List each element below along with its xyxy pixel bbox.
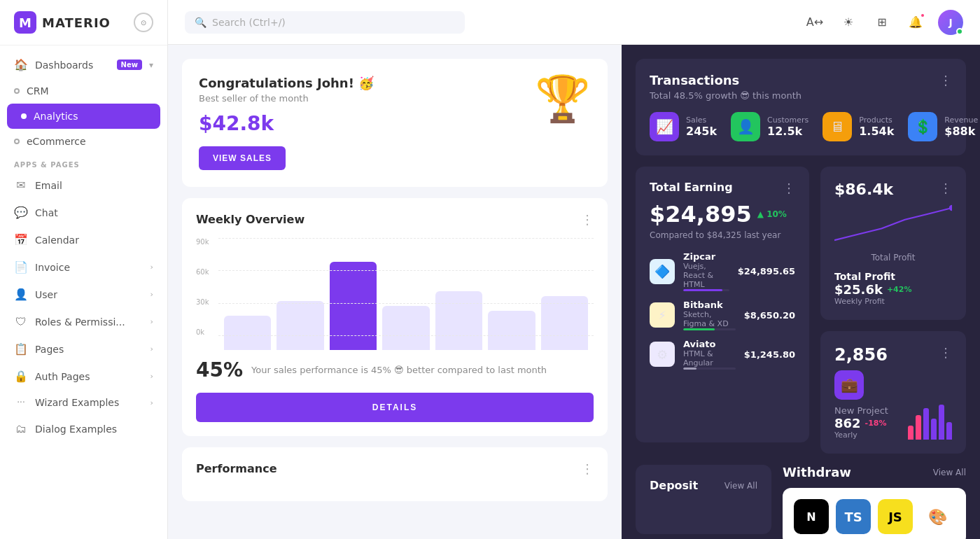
invoice-icon: 📄 — [14, 260, 28, 274]
sidebar-item-crm[interactable]: CRM — [0, 78, 167, 104]
dialog-icon: 🗂 — [14, 422, 28, 435]
wizard-icon: ··· — [14, 398, 28, 407]
bar-chart: 90k 60k 30k 0k — [196, 238, 594, 350]
congratulations-card: Congratulations John! 🥳 Best seller of t… — [182, 59, 608, 187]
transactions-card: Transactions Total 48.5% growth 😎 this m… — [636, 59, 966, 155]
sidebar-item-auth[interactable]: 🔒 Auth Pages › — [0, 363, 167, 390]
transactions-menu-dots[interactable]: ⋮ — [939, 73, 952, 88]
mini-bar-2 — [916, 415, 921, 440]
withdraw-view-all[interactable]: View All — [933, 468, 966, 477]
trophy-icon: 🏆 — [535, 73, 591, 125]
deposit-view-all[interactable]: View All — [724, 481, 757, 491]
project-icon: 💼 — [834, 370, 864, 400]
search-placeholder: Search (Ctrl+/) — [212, 17, 286, 28]
zipcar-progress-bar — [683, 289, 722, 291]
sidebar-item-roles[interactable]: 🛡 Roles & Permissi... › — [0, 308, 167, 335]
customers-icon: 👤 — [731, 112, 760, 141]
view-sales-button[interactable]: VIEW SALES — [199, 146, 286, 170]
sidebar-item-label: Chat — [35, 207, 153, 218]
sidebar-item-analytics[interactable]: Analytics — [7, 104, 160, 129]
metric-revenue-value: $88k — [944, 125, 978, 138]
metric-sales-value: 245k — [686, 125, 717, 138]
sidebar-item-label: Email — [35, 180, 153, 191]
earning-profit-row: Total Earning ⋮ $24,895 ▲ 10% Compared t… — [636, 167, 966, 454]
y-label: 30k — [196, 298, 209, 306]
theme-icon[interactable]: ☀ — [837, 11, 860, 34]
earning-header: Total Earning ⋮ — [650, 181, 795, 195]
mini-bar-3 — [923, 408, 929, 440]
performance-card: Performance ⋮ — [182, 447, 608, 501]
y-label: 0k — [196, 328, 209, 336]
transaction-name: Bitbank — [683, 300, 736, 310]
sidebar-item-pages[interactable]: 📋 Pages › — [0, 335, 167, 363]
sidebar-item-label: Calendar — [35, 234, 153, 246]
online-status — [956, 28, 963, 35]
notifications-icon[interactable]: 🔔 — [904, 11, 927, 34]
sidebar-item-invoice[interactable]: 📄 Invoice › — [0, 253, 167, 281]
weekly-overview-card: Weekly Overview ⋮ 90k 60k 30k 0k — [182, 198, 608, 436]
transaction-item-bitbank: ⚡ Bitbank Sketch, Figma & XD $8,650.20 — [650, 300, 795, 330]
bitbank-icon: ⚡ — [650, 302, 675, 328]
sidebar-item-ecommerce[interactable]: eCommerce — [0, 129, 167, 154]
sidebar-item-label: Analytics — [34, 111, 146, 122]
header: 🔍 Search (Ctrl+/) A↔ ☀ ⊞ 🔔 J — [168, 0, 980, 45]
zipcar-progress-track — [683, 289, 729, 291]
sidebar-logo: M MATERIO ⊙ — [0, 0, 167, 46]
profit-big-value: $86.4k — [834, 181, 893, 198]
profit-menu-dots[interactable]: ⋮ — [939, 181, 952, 195]
project-menu-dots[interactable]: ⋮ — [939, 345, 952, 360]
zipcar-icon: 🔷 — [650, 259, 675, 284]
sidebar-item-label: Dialog Examples — [35, 424, 153, 435]
dashboard: Congratulations John! 🥳 Best seller of t… — [168, 45, 980, 539]
profit-value: $25.6k — [834, 282, 883, 297]
sidebar-item-label: User — [35, 289, 144, 300]
logo-text: MATERIO — [42, 15, 111, 30]
panel-right: Transactions Total 48.5% growth 😎 this m… — [622, 45, 980, 539]
profit-sub-label: Weekly Profit — [834, 297, 911, 306]
transaction-sub: Sketch, Figma & XD — [683, 310, 736, 328]
search-icon: 🔍 — [195, 17, 206, 28]
sidebar-item-dialog[interactable]: 🗂 Dialog Examples — [0, 415, 167, 442]
dot-icon — [14, 139, 20, 144]
mini-bar-6 — [946, 422, 952, 440]
earning-amount: $24,895 ▲ 10% — [650, 201, 795, 227]
chart-bars — [224, 252, 588, 350]
sidebar-item-dashboards[interactable]: 🏠 Dashboards New ▾ — [0, 51, 167, 78]
svg-point-0 — [949, 205, 952, 211]
congrats-subtitle: Best seller of the month — [199, 93, 591, 104]
sidebar-item-wizard[interactable]: ··· Wizard Examples › — [0, 390, 167, 415]
earning-menu-dots[interactable]: ⋮ — [783, 181, 795, 195]
avatar[interactable]: J — [938, 10, 963, 35]
mini-bar-5 — [939, 405, 944, 440]
earning-compare: Compared to $84,325 last year — [650, 230, 795, 240]
congrats-content: Congratulations John! 🥳 Best seller of t… — [199, 76, 591, 170]
new-project-card: 2,856 ⋮ 💼 New Project 862 -18% — [820, 331, 966, 454]
metric-products-label: Products — [859, 115, 894, 125]
sidebar-item-calendar[interactable]: 📅 Calendar — [0, 226, 167, 253]
revenue-icon: 💲 — [908, 112, 937, 141]
transaction-sub: HTML & Angular — [683, 349, 736, 368]
pages-icon: 📋 — [14, 342, 28, 356]
dot-icon — [14, 88, 20, 94]
menu-dots-icon[interactable]: ⋮ — [581, 212, 594, 227]
sidebar-item-email[interactable]: ✉ Email — [0, 172, 167, 199]
weekly-footer: 45% Your sales performance is 45% 😎 bett… — [196, 358, 594, 382]
y-label: 90k — [196, 238, 209, 246]
transaction-info-bitbank: Bitbank Sketch, Figma & XD — [683, 300, 736, 330]
transaction-info-aviato: Aviato HTML & Angular — [683, 339, 736, 370]
nextjs-logo: N — [794, 499, 829, 534]
search-bar[interactable]: 🔍 Search (Ctrl+/) — [185, 11, 465, 34]
sidebar-item-label: Auth Pages — [35, 371, 144, 382]
metric-products: 🖥 Products 1.54k — [822, 112, 894, 141]
grid-icon[interactable]: ⊞ — [871, 11, 893, 34]
performance-header: Performance ⋮ — [196, 461, 594, 476]
bitbank-progress-bar — [683, 328, 715, 330]
details-button[interactable]: DETAILS — [196, 393, 594, 422]
sidebar-item-chat[interactable]: 💬 Chat — [0, 199, 167, 226]
withdraw-header: Withdraw View All — [783, 465, 966, 479]
perf-menu-dots[interactable]: ⋮ — [581, 461, 594, 476]
weekly-percent: 45% — [196, 358, 243, 382]
translate-icon[interactable]: A↔ — [804, 11, 826, 34]
record-icon[interactable]: ⊙ — [134, 13, 153, 32]
sidebar-item-user[interactable]: 👤 User › — [0, 281, 167, 308]
